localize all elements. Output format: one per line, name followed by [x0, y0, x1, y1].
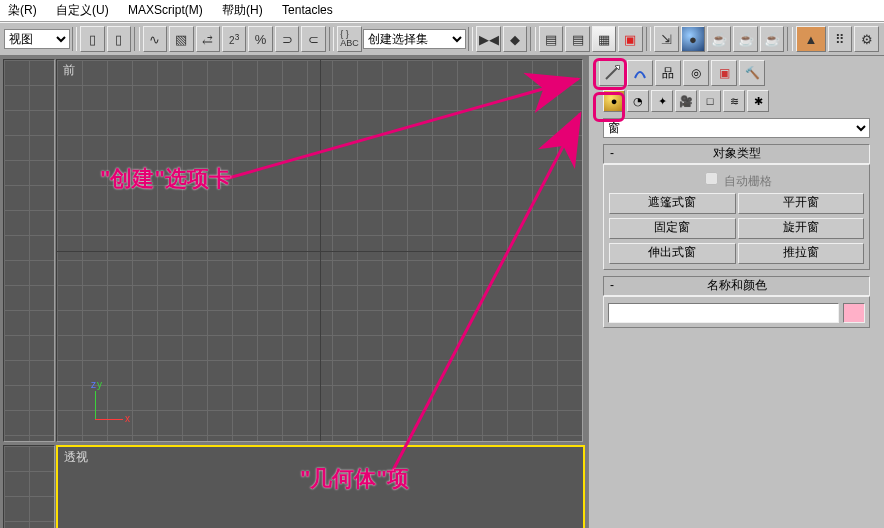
teapot-green-icon[interactable]: ☕: [733, 26, 757, 52]
name-color-body: [603, 296, 870, 328]
diamond-icon[interactable]: ◆: [503, 26, 527, 52]
menu-maxscript[interactable]: MAXScript(M): [120, 2, 211, 18]
view-dropdown[interactable]: 视图: [4, 29, 70, 49]
sliding-window-button[interactable]: 推拉窗: [738, 243, 865, 264]
menu-bar: 染(R) 自定义(U) MAXScript(M) 帮助(H) Tentacles: [0, 0, 884, 22]
object-type-header[interactable]: -对象类型: [603, 144, 870, 164]
name-color-header[interactable]: -名称和颜色: [603, 276, 870, 296]
layer-manager-icon[interactable]: ▤: [565, 26, 589, 52]
command-panel: 品 ◎ ▣ 🔨 ● ◔ ✦ 🎥 □ ≋ ✱ 窗 -对象类型 自动栅格: [588, 56, 884, 528]
red-square-icon[interactable]: ▣: [618, 26, 642, 52]
callout-create-tab: "创建"选项卡: [100, 164, 231, 194]
projected-window-button[interactable]: 伸出式窗: [609, 243, 736, 264]
callout-geometry: "几何体"项: [300, 464, 409, 494]
layers-icon[interactable]: ▤: [539, 26, 563, 52]
link-icon[interactable]: ⥄: [196, 26, 220, 52]
magnet-icon[interactable]: ⊃: [275, 26, 299, 52]
main-toolbar: 视图 ▯ ▯ ∿ ▧ ⥄ 23 % ⊃ ⊂ { }ABC 创建选择集 ▶◀ ◆ …: [0, 22, 884, 56]
exponent-icon[interactable]: 23: [222, 26, 246, 52]
curve-icon[interactable]: ∿: [143, 26, 167, 52]
space-cat-icon[interactable]: ≋: [723, 90, 745, 112]
keyframe-tan-icon[interactable]: ▯: [107, 26, 131, 52]
hierarchy-tab-icon[interactable]: 品: [655, 60, 681, 86]
box-icon[interactable]: ▧: [169, 26, 193, 52]
cameras-cat-icon[interactable]: 🎥: [675, 90, 697, 112]
menu-customize[interactable]: 自定义(U): [48, 1, 117, 20]
subcategory-dropdown[interactable]: 窗: [603, 118, 870, 138]
gear-icon[interactable]: ⚙: [854, 26, 878, 52]
viewport-persp-label: 透视: [64, 449, 88, 466]
utilities-tab-icon[interactable]: 🔨: [739, 60, 765, 86]
modify-tab-icon[interactable]: [627, 60, 653, 86]
shapes-cat-icon[interactable]: ◔: [627, 90, 649, 112]
viewport-left-strip[interactable]: [3, 59, 55, 442]
awning-window-button[interactable]: 遮篷式窗: [609, 193, 736, 214]
highlight-create-tab: [593, 58, 627, 90]
autogrid-checkbox[interactable]: 自动栅格: [608, 169, 865, 190]
menu-render[interactable]: 染(R): [0, 1, 45, 20]
viewport-front-label: 前: [63, 62, 75, 79]
motion-tab-icon[interactable]: ◎: [683, 60, 709, 86]
teapot-red-icon[interactable]: ☕: [707, 26, 731, 52]
object-type-body: 自动栅格 遮篷式窗 平开窗 固定窗 旋开窗 伸出式窗 推拉窗: [603, 164, 870, 270]
display-tab-icon[interactable]: ▣: [711, 60, 737, 86]
viewport-front[interactable]: 前 z y x: [56, 59, 583, 442]
magnet-curve-icon[interactable]: ⊂: [301, 26, 325, 52]
create-categories: ● ◔ ✦ 🎥 □ ≋ ✱: [589, 88, 884, 114]
pivoted-window-button[interactable]: 旋开窗: [738, 218, 865, 239]
fixed-window-button[interactable]: 固定窗: [609, 218, 736, 239]
menu-help[interactable]: 帮助(H): [214, 1, 271, 20]
systems-cat-icon[interactable]: ✱: [747, 90, 769, 112]
color-swatch[interactable]: [843, 303, 865, 323]
grid-icon[interactable]: ▦: [592, 26, 616, 52]
particles-icon[interactable]: ⠿: [828, 26, 852, 52]
teapot-plain-icon[interactable]: ☕: [760, 26, 784, 52]
casement-window-button[interactable]: 平开窗: [738, 193, 865, 214]
menu-tentacles[interactable]: Tentacles: [274, 2, 341, 18]
selection-set-dropdown[interactable]: 创建选择集: [363, 29, 466, 49]
reactor-icon[interactable]: ▲: [796, 26, 826, 52]
viewport-bottomleft-strip[interactable]: [3, 445, 55, 528]
mirror-icon[interactable]: ▶◀: [476, 26, 500, 52]
object-name-input[interactable]: [608, 303, 839, 323]
lights-cat-icon[interactable]: ✦: [651, 90, 673, 112]
text-icon[interactable]: { }ABC: [337, 26, 361, 52]
hierarchy-icon[interactable]: ⇲: [654, 26, 678, 52]
material-icon[interactable]: ●: [681, 26, 705, 52]
percent-icon[interactable]: %: [248, 26, 272, 52]
keyframe-icon[interactable]: ▯: [80, 26, 104, 52]
highlight-geometry-cat: [593, 92, 625, 122]
panel-main-tabs: 品 ◎ ▣ 🔨: [589, 56, 884, 88]
helpers-cat-icon[interactable]: □: [699, 90, 721, 112]
viewport-area: 前 z y x 透视: [0, 56, 588, 528]
